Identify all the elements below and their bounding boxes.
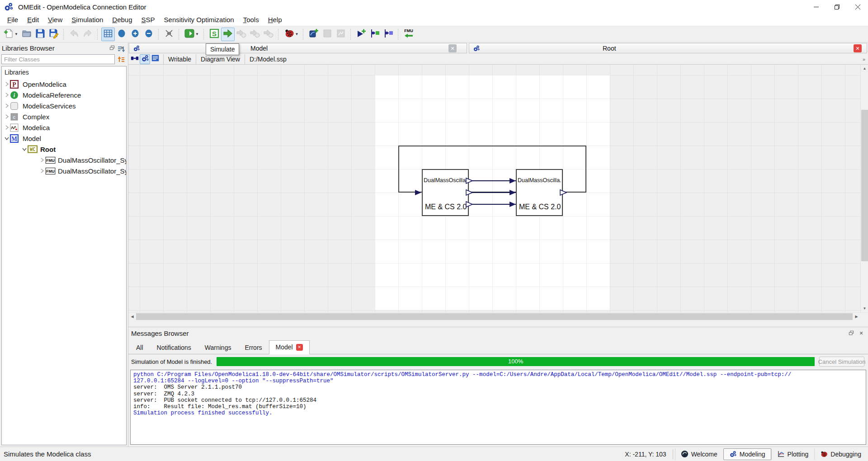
root-window-close-icon[interactable]: ✕ (854, 44, 862, 52)
instantiate-model-button[interactable]: ▼ (183, 28, 201, 41)
messages-tab-warnings[interactable]: Warnings (198, 341, 238, 354)
tree-item-complex[interactable]: cComplex (2, 111, 126, 122)
menu-simulation[interactable]: Simulation (67, 14, 108, 25)
messages-tab-notifications[interactable]: Notifications (150, 341, 198, 354)
submodel-block-system2[interactable]: DualMassOscilla... ME & CS 2.0 (516, 169, 563, 216)
messages-tab-all[interactable]: All (129, 341, 150, 354)
debug-button[interactable]: ▼ (282, 28, 300, 41)
block1-input-port[interactable] (415, 189, 422, 196)
simulate-transformational-debugger-button[interactable] (235, 28, 248, 41)
diagram-canvas[interactable]: DualMassOscilla... ME & CS 2.0 DualMassO… (128, 65, 860, 312)
menu-ssp[interactable]: SSP (137, 14, 160, 25)
tree-item-openmodelica[interactable]: POpenModelica (2, 79, 126, 89)
menu-debug[interactable]: Debug (108, 14, 137, 25)
save-as-button[interactable] (47, 28, 61, 41)
horizontal-scroll-thumb[interactable] (136, 313, 853, 320)
submodel-block-system1[interactable]: DualMassOscilla... ME & CS 2.0 (422, 169, 469, 216)
add-submodel-button[interactable]: FMU (402, 28, 415, 41)
vertical-scroll-thumb[interactable] (861, 110, 868, 261)
block1-output-port-3[interactable] (466, 201, 473, 207)
zoom-in-button[interactable] (128, 28, 142, 41)
chevron-right-icon[interactable] (4, 125, 10, 130)
scroll-down-icon[interactable]: ▼ (861, 305, 868, 312)
tree-item-dualmassoscillator_system2[interactable]: FMUDualMassOscillator_System2 (2, 155, 126, 165)
chevron-right-icon[interactable] (4, 81, 10, 87)
chevron-right-icon[interactable] (4, 103, 10, 108)
icon-view-button[interactable] (129, 54, 140, 64)
simulate-algorithmic-debugger-button[interactable] (248, 28, 262, 41)
simulation-output-log[interactable]: python C:/Program Files/OpenModelica1.18… (130, 370, 866, 445)
collapse-all-button[interactable] (116, 54, 127, 64)
simulation-setup-button[interactable]: S (208, 28, 221, 41)
close-button[interactable] (847, 0, 868, 14)
cancel-simulation-button[interactable]: Cancel Simulation (819, 357, 864, 367)
close-dock-icon[interactable]: ✕ (857, 329, 865, 337)
scroll-left-icon[interactable]: ◀ (128, 313, 136, 320)
modeling-perspective-button[interactable]: Modeling (723, 448, 771, 460)
reset-zoom-button[interactable] (115, 28, 128, 41)
redo-button[interactable] (81, 28, 94, 41)
menu-sensitivity-optimization[interactable]: Sensitivity Optimization (160, 14, 239, 25)
block1-output-port-2[interactable] (466, 189, 473, 196)
model-window-titlebar[interactable]: Model ✕ (129, 43, 467, 53)
minimize-button[interactable] (806, 0, 826, 14)
tab-close-icon[interactable]: ✕ (296, 344, 303, 351)
new-model-button[interactable]: ▼ (2, 28, 20, 41)
chevron-right-icon[interactable] (39, 157, 45, 163)
chevron-right-icon[interactable] (4, 92, 10, 98)
menu-tools[interactable]: Tools (239, 14, 264, 25)
restore-button[interactable] (826, 0, 847, 14)
block2-input-port-3[interactable] (509, 201, 516, 207)
float-dock-icon[interactable] (847, 329, 855, 337)
new-parametric-plot-window-button[interactable] (321, 28, 334, 41)
new-plot-window-button[interactable] (307, 28, 321, 41)
fit-to-diagram-button[interactable] (162, 28, 176, 41)
chevron-down-icon[interactable] (21, 147, 28, 151)
tree-item-modelicaservices[interactable]: ModelicaServices (2, 100, 126, 111)
dock-splitter[interactable] (128, 320, 868, 327)
debugging-perspective-button[interactable]: Debugging (814, 448, 867, 460)
menu-edit[interactable]: Edit (23, 14, 43, 25)
chevron-down-icon[interactable] (4, 136, 10, 141)
block2-output-port[interactable] (560, 189, 567, 196)
plotting-perspective-button[interactable]: Plotting (771, 448, 815, 460)
add-system-button[interactable] (354, 28, 368, 41)
chevron-right-icon[interactable] (4, 114, 10, 119)
block1-output-port-1[interactable] (466, 178, 473, 184)
menu-view[interactable]: View (43, 14, 67, 25)
dropdown-arrow-icon[interactable]: ▼ (295, 32, 299, 36)
filter-classes-input[interactable] (1, 54, 115, 64)
diagram-view-button[interactable] (140, 54, 150, 64)
menu-file[interactable]: File (3, 14, 23, 25)
zoom-out-button[interactable] (142, 28, 156, 41)
root-window-titlebar[interactable]: Root ✕ (469, 43, 867, 53)
add-connector-button[interactable] (368, 28, 382, 41)
simulate-button[interactable] (221, 28, 235, 41)
chevron-right-icon[interactable] (39, 168, 45, 174)
scroll-up-icon[interactable]: ▲ (861, 65, 868, 72)
dropdown-arrow-icon[interactable]: ▼ (14, 32, 18, 36)
undo-button[interactable] (67, 28, 81, 41)
simulate-animation-button[interactable] (262, 28, 275, 41)
tree-item-dualmassoscillator_system1[interactable]: FMUDualMassOscillator_System1 (2, 165, 126, 176)
menu-help[interactable]: Help (264, 14, 287, 25)
text-view-button[interactable] (150, 54, 160, 64)
open-file-button[interactable] (20, 28, 33, 41)
toolbar-overflow-icon[interactable]: » (861, 56, 867, 62)
add-bus-button[interactable] (382, 28, 395, 41)
block2-input-port-2[interactable] (509, 189, 516, 196)
tree-item-root[interactable]: WCRoot (2, 144, 126, 155)
dropdown-arrow-icon[interactable]: ▼ (195, 32, 199, 36)
model-window-close-icon[interactable]: ✕ (448, 44, 457, 52)
welcome-perspective-button[interactable]: Welcome (675, 448, 723, 460)
save-button[interactable] (33, 28, 47, 41)
vertical-scrollbar[interactable]: ▲ ▼ (860, 65, 868, 312)
sort-classes-button[interactable] (116, 44, 127, 54)
block2-input-port-1[interactable] (509, 178, 516, 184)
scroll-right-icon[interactable]: ▶ (853, 313, 860, 320)
tree-item-modelicareference[interactable]: iModelicaReference (2, 89, 126, 100)
tree-item-modelica[interactable]: Modelica (2, 122, 126, 133)
messages-tab-model[interactable]: Model✕ (269, 340, 310, 354)
writable-label[interactable]: Writable (166, 56, 193, 63)
horizontal-scrollbar[interactable]: ◀ ▶ (128, 312, 868, 320)
